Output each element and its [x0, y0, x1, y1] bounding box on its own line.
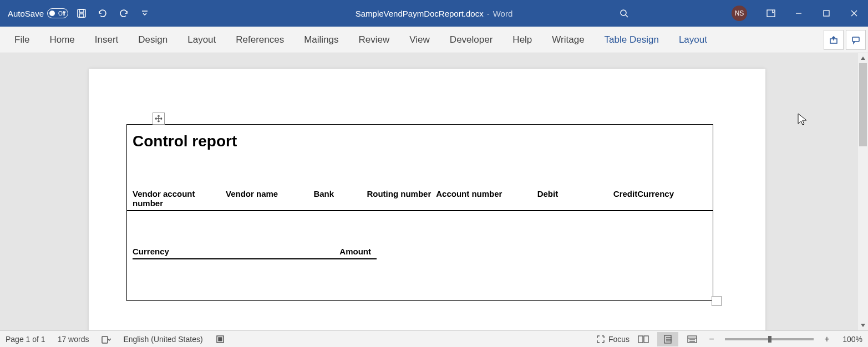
tab-table-design[interactable]: Table Design: [595, 27, 669, 53]
header-routing[interactable]: Routing number: [367, 189, 436, 208]
status-bar: Page 1 of 1 17 words English (United Sta…: [0, 330, 868, 347]
scroll-thumb[interactable]: [859, 63, 867, 146]
undo-icon[interactable]: [95, 6, 110, 21]
scroll-up-icon[interactable]: [858, 53, 868, 63]
toggle-knob: [49, 11, 55, 16]
header-bank[interactable]: Bank: [313, 189, 367, 208]
document-page[interactable]: Control report Vendor account number Ven…: [89, 69, 765, 330]
tab-developer[interactable]: Developer: [440, 27, 503, 53]
share-icon[interactable]: [824, 30, 844, 50]
document-area[interactable]: Control report Vendor account number Ven…: [0, 53, 858, 330]
tab-table-layout[interactable]: Layout: [669, 27, 717, 53]
header-currency[interactable]: Currency: [637, 189, 707, 208]
svg-rect-2: [79, 14, 84, 17]
customize-qat-icon[interactable]: [137, 6, 153, 21]
title-bar-left: AutoSave Off: [0, 6, 153, 21]
spacer2: [127, 211, 713, 247]
autosave-group: AutoSave Off: [8, 8, 68, 18]
tab-references[interactable]: References: [226, 27, 294, 53]
scroll-down-icon[interactable]: [858, 320, 868, 330]
spellcheck-icon[interactable]: [101, 334, 111, 344]
status-bar-right: Focus − + 100%: [596, 332, 862, 346]
user-avatar[interactable]: NS: [732, 6, 747, 21]
read-mode-icon[interactable]: [633, 332, 654, 346]
redo-icon[interactable]: [116, 6, 131, 21]
header-vendor-account[interactable]: Vendor account number: [133, 189, 226, 208]
maximize-icon[interactable]: [813, 0, 840, 27]
header-vendor-name[interactable]: Vendor name: [226, 189, 313, 208]
svg-rect-1: [79, 9, 84, 12]
table-move-handle-icon[interactable]: [153, 113, 165, 125]
document-title[interactable]: Control report: [127, 125, 713, 156]
status-page[interactable]: Page 1 of 1: [6, 335, 45, 344]
print-layout-icon[interactable]: [657, 332, 678, 346]
zoom-in-icon[interactable]: +: [821, 334, 833, 344]
header-credit[interactable]: Credit: [577, 189, 637, 208]
svg-rect-12: [852, 37, 859, 42]
autosave-label: AutoSave: [8, 9, 44, 18]
zoom-slider-thumb[interactable]: [768, 336, 771, 343]
save-icon[interactable]: [74, 6, 89, 21]
svg-rect-16: [638, 336, 643, 343]
focus-label: Focus: [608, 335, 630, 344]
document-table[interactable]: Control report Vendor account number Ven…: [126, 124, 713, 301]
zoom-out-icon[interactable]: −: [706, 334, 717, 344]
svg-rect-15: [219, 338, 222, 341]
table-header-row[interactable]: Vendor account number Vendor name Bank R…: [127, 189, 713, 211]
tab-home[interactable]: Home: [39, 27, 84, 53]
summary-row[interactable]: Currency Amount: [133, 247, 377, 259]
tab-help[interactable]: Help: [502, 27, 542, 53]
scroll-track[interactable]: [858, 63, 868, 320]
table-resize-handle-icon[interactable]: [712, 296, 722, 306]
zoom-value[interactable]: 100%: [836, 335, 862, 344]
autosave-state: Off: [58, 11, 65, 17]
minimize-icon[interactable]: [785, 0, 813, 27]
svg-rect-8: [824, 11, 829, 16]
title-bar-right: NS: [616, 0, 868, 27]
svg-rect-17: [644, 336, 648, 343]
ribbon-tabs: File Home Insert Design Layout Reference…: [0, 27, 868, 53]
svg-rect-6: [767, 10, 775, 17]
document-filename: SampleVendPaymDocReport.docx: [356, 9, 484, 18]
zoom-slider[interactable]: [725, 338, 814, 340]
title-bar: AutoSave Off SampleVendPaymDocReport.doc…: [0, 0, 868, 27]
title-separator: -: [487, 9, 490, 18]
tab-review[interactable]: Review: [349, 27, 400, 53]
spacer: [127, 156, 713, 189]
svg-rect-0: [78, 9, 85, 17]
tab-view[interactable]: View: [399, 27, 440, 53]
summary-amount[interactable]: Amount: [332, 247, 377, 256]
header-account[interactable]: Account number: [436, 189, 537, 208]
status-bar-left: Page 1 of 1 17 words English (United Sta…: [0, 334, 225, 344]
focus-mode[interactable]: Focus: [596, 335, 630, 344]
autosave-toggle[interactable]: Off: [47, 8, 68, 18]
summary-currency[interactable]: Currency: [133, 247, 332, 256]
web-layout-icon[interactable]: [682, 332, 703, 346]
status-language[interactable]: English (United States): [123, 335, 202, 344]
vertical-scrollbar[interactable]: [858, 53, 868, 330]
search-icon[interactable]: [616, 6, 632, 21]
tab-mailings[interactable]: Mailings: [294, 27, 348, 53]
tab-design[interactable]: Design: [128, 27, 177, 53]
header-debit[interactable]: Debit: [537, 189, 577, 208]
close-icon[interactable]: [840, 0, 868, 27]
comments-icon[interactable]: [846, 30, 866, 50]
svg-point-4: [621, 10, 626, 16]
tab-layout[interactable]: Layout: [177, 27, 226, 53]
ribbon-right: [824, 30, 866, 50]
svg-line-5: [626, 15, 628, 17]
macro-icon[interactable]: [215, 334, 225, 344]
status-words[interactable]: 17 words: [58, 335, 89, 344]
tab-writage[interactable]: Writage: [542, 27, 594, 53]
svg-rect-13: [102, 336, 108, 343]
tab-insert[interactable]: Insert: [85, 27, 129, 53]
title-bar-center: SampleVendPaymDocReport.docx - Word: [356, 9, 513, 18]
spacer3: [127, 259, 713, 300]
ribbon-display-icon[interactable]: [757, 0, 785, 27]
tab-file[interactable]: File: [4, 27, 39, 53]
app-name: Word: [493, 9, 513, 18]
